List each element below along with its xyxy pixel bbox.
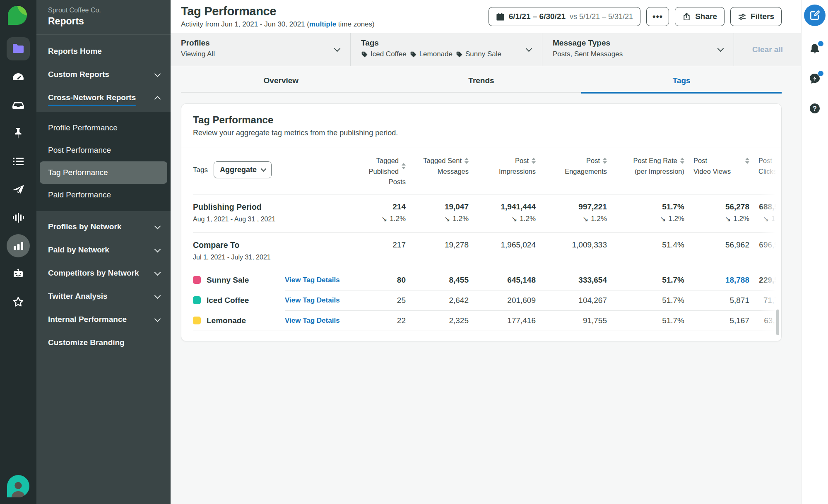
sidebar-item-post-performance[interactable]: Post Performance (40, 139, 167, 161)
compare-to-row: Compare To Jul 1, 2021 - July 31, 2021 2… (193, 232, 781, 270)
tag-chip: Lemonade (410, 50, 453, 58)
compose-pencil-icon (809, 10, 820, 21)
sidebar-nav-lower: Profiles by Network Paid by Network Comp… (36, 211, 171, 354)
column-header-tagged-sent-messages[interactable]: Tagged Sent Messages (415, 156, 469, 177)
sort-icon[interactable] (680, 158, 684, 164)
sort-icon[interactable] (532, 158, 536, 164)
pin-icon[interactable] (7, 122, 30, 145)
messages-bolt-icon[interactable] (809, 72, 821, 86)
filters-button[interactable]: Filters (730, 7, 782, 26)
tag-name-cell: Sunny Sale (193, 276, 276, 285)
tag-name-cell: Lemonade (193, 316, 276, 325)
sort-icon[interactable] (465, 158, 469, 164)
tags-filter[interactable]: Tags Iced Coffee Lemonade Sunny Sale (351, 33, 542, 66)
tag-color-swatch (193, 296, 201, 304)
tag-chip: Iced Coffee (361, 50, 407, 58)
help-icon[interactable]: ? (809, 102, 821, 116)
more-options-button[interactable]: ••• (646, 7, 669, 26)
metric-value: 333,654 (545, 276, 607, 285)
metric-value: 71,723 (758, 296, 781, 305)
message-types-filter[interactable]: Message Types Posts, Sent Messages (542, 33, 734, 66)
folder-nav-icon[interactable] (7, 37, 30, 60)
tab-tags[interactable]: Tags (581, 76, 782, 94)
table-controls: Tags Aggregate (193, 161, 347, 178)
metric-value: 177,416 (478, 316, 536, 325)
sidebar-item-cross-network-reports[interactable]: Cross-Network Reports (36, 86, 171, 109)
sidebar-item-reports-home[interactable]: Reports Home (36, 40, 171, 63)
multiple-timezones-link[interactable]: multiple (309, 20, 336, 28)
report-tabbar: Overview Trends Tags (171, 66, 801, 93)
metric-value: 51.7%↘1.2% (616, 202, 684, 223)
tag-metrics-table: Tags Aggregate Tagged Published Posts (181, 147, 781, 341)
share-button[interactable]: Share (675, 7, 724, 26)
column-header-tagged-published-posts[interactable]: Tagged Published Posts (356, 156, 406, 187)
notifications-bell-icon[interactable] (809, 43, 821, 57)
sort-icon[interactable] (402, 163, 406, 169)
bot-icon[interactable] (7, 262, 30, 286)
sidebar-item-paid-performance[interactable]: Paid Performance (40, 184, 167, 206)
chevron-down-icon (154, 269, 161, 276)
tag-chip: Sunny Sale (456, 50, 501, 58)
compose-button[interactable] (804, 5, 826, 26)
sidebar-item-profile-performance[interactable]: Profile Performance (40, 117, 167, 139)
metric-value: 1,941,444↘1.2% (478, 202, 536, 223)
card-title: Tag Performance (193, 114, 770, 126)
metric-value: 51.7% (616, 296, 684, 305)
user-avatar[interactable] (7, 475, 29, 497)
delta-value: ↘1.2% (758, 215, 781, 223)
message-types-filter-value: Posts, Sent Messages (553, 50, 724, 58)
profiles-filter[interactable]: Profiles Viewing All (171, 33, 351, 66)
view-tag-details-link[interactable]: View Tag Details (285, 317, 347, 325)
publish-plane-icon[interactable] (7, 178, 30, 201)
listening-waveform-icon[interactable] (7, 206, 30, 229)
metric-value: 51.7% (616, 316, 684, 325)
reports-bar-chart-icon[interactable] (7, 234, 30, 257)
sidebar-item-internal-performance[interactable]: Internal Performance (36, 308, 171, 331)
metric-value: 1,965,024 (478, 240, 536, 250)
sidebar-item-customize-branding[interactable]: Customize Branding (36, 331, 171, 354)
row-label: Publishing Period Aug 1, 2021 - Aug 31 ,… (193, 202, 347, 223)
sort-icon[interactable] (745, 158, 749, 164)
tab-overview[interactable]: Overview (181, 76, 381, 93)
chevron-down-icon (154, 315, 161, 322)
dashboard-gauge-icon[interactable] (7, 65, 30, 89)
column-header-post-impressions[interactable]: Post Impressions (478, 156, 536, 177)
column-header-post-video-views[interactable]: Post Video Views (693, 156, 749, 177)
tags-control-label: Tags (193, 166, 208, 174)
view-tag-details-link[interactable]: View Tag Details (285, 276, 347, 284)
clear-all-button[interactable]: Clear all (734, 33, 801, 66)
metric-value: 19,047↘1.2% (415, 202, 469, 223)
metric-value: 22 (356, 316, 406, 325)
reviews-star-icon[interactable] (7, 290, 30, 314)
view-tag-details-link[interactable]: View Tag Details (285, 296, 347, 305)
column-header-post-eng-rate[interactable]: Post Eng Rate (per Impression) (616, 156, 684, 177)
task-list-icon[interactable] (7, 150, 30, 173)
card-header: Tag Performance Review your aggregate ta… (181, 104, 781, 147)
date-range-button[interactable]: 6/1/21 – 6/30/21 vs 5/1/21 – 5/31/21 (489, 7, 640, 26)
sidebar-item-custom-reports[interactable]: Custom Reports (36, 63, 171, 86)
sidebar-item-twitter-analysis[interactable]: Twitter Analysis (36, 285, 171, 308)
column-header-post-clicks[interactable]: Post Clicks (758, 156, 781, 177)
trend-down-icon: ↘ (444, 215, 450, 223)
sidebar-item-tag-performance[interactable]: Tag Performance (40, 161, 167, 184)
chevron-down-icon (154, 70, 161, 77)
chevron-down-icon (154, 223, 161, 229)
inbox-tray-icon[interactable] (7, 94, 30, 117)
metric-value: 645,148 (478, 276, 536, 285)
metric-value: 56,278↘1.2% (693, 202, 749, 223)
sort-icon[interactable] (603, 158, 607, 164)
sidebar-title: Reports (48, 16, 159, 27)
card-scrollbar[interactable] (776, 310, 779, 335)
tab-trends[interactable]: Trends (381, 76, 582, 93)
video-views-link[interactable]: 18,788 (693, 276, 749, 285)
column-header-post-engagements[interactable]: Post Engagements (545, 156, 607, 177)
tag-icon (361, 51, 368, 58)
aggregate-dropdown[interactable]: Aggregate (214, 161, 272, 178)
metric-value: 2,325 (415, 316, 469, 325)
metric-value: 80 (356, 276, 406, 285)
sidebar-item-competitors-by-network[interactable]: Competitors by Network (36, 262, 171, 285)
sidebar-item-paid-by-network[interactable]: Paid by Network (36, 238, 171, 262)
sidebar-item-profiles-by-network[interactable]: Profiles by Network (36, 215, 171, 238)
main-content: Tag Performance Activity from Jun 1, 202… (171, 0, 801, 504)
page-title-block: Tag Performance Activity from Jun 1, 202… (181, 5, 375, 29)
